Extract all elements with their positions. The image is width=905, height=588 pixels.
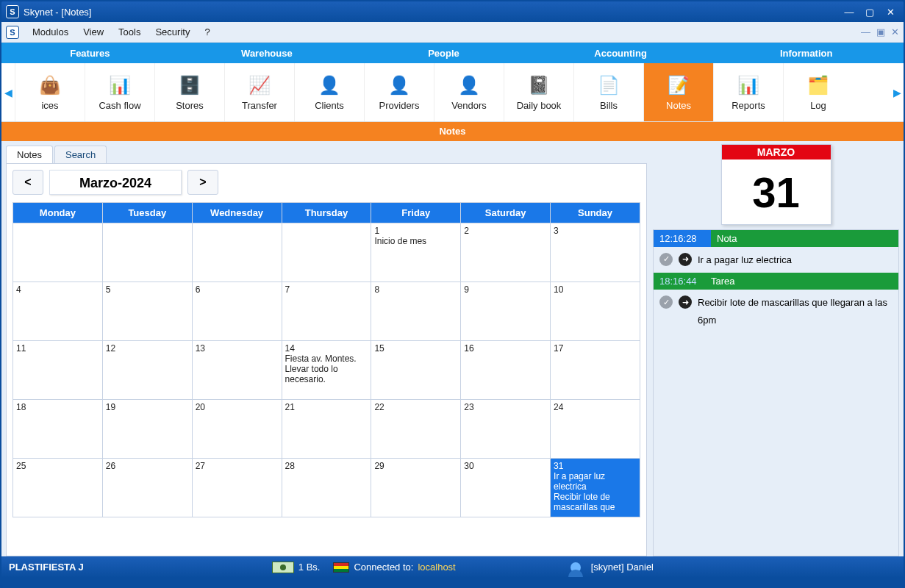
day-number: 8 <box>374 284 457 295</box>
calendar-cell[interactable]: 2 <box>461 223 551 282</box>
toolbar-scroll-left[interactable]: ◀ <box>1 63 15 121</box>
status-rate: 1 Bs. <box>272 562 321 573</box>
toolbar-providers[interactable]: 👤Providers <box>364 63 434 121</box>
toolbar-transfer[interactable]: 📈Transfer <box>224 63 294 121</box>
menu-security[interactable]: Security <box>148 26 197 37</box>
toolbar-label: Bills <box>600 100 618 111</box>
calendar-cell[interactable]: 26 <box>102 459 192 517</box>
calendar-cell[interactable] <box>102 223 192 282</box>
toolbar-reports[interactable]: 📊Reports <box>713 63 783 121</box>
calendar-cell[interactable]: 25 <box>13 459 103 517</box>
mdi-close-icon[interactable]: ✕ <box>891 26 899 37</box>
tab-notes[interactable]: Notes <box>6 146 53 163</box>
weekday-header: Sunday <box>551 203 640 223</box>
calendar-cell[interactable]: 16 <box>461 341 551 400</box>
toolbar-vendors[interactable]: 👤Vendors <box>434 63 504 121</box>
calendar-cell[interactable]: 19 <box>102 400 192 459</box>
toolbar-label: Clients <box>315 100 344 111</box>
note-time: 12:16:28 <box>654 230 711 247</box>
arrow-icon[interactable]: ➜ <box>679 253 692 266</box>
calendar-cell[interactable]: 29 <box>371 459 461 517</box>
note-header[interactable]: 18:16:44Tarea <box>654 273 898 290</box>
status-host-link[interactable]: localhost <box>418 562 455 573</box>
calendar-cell[interactable]: 13 <box>192 341 282 400</box>
calendar-cell[interactable]: 3 <box>551 223 640 282</box>
toolbar-notes[interactable]: 📝Notes <box>643 63 713 121</box>
note-header[interactable]: 12:16:28Nota <box>654 230 898 247</box>
calendar-cell[interactable]: 31Ir a pagar luz electrica Recibir lote … <box>551 459 640 517</box>
calendar-cell[interactable]: 8 <box>371 282 461 341</box>
next-month-button[interactable]: > <box>187 170 218 195</box>
calendar-cell[interactable]: 21 <box>282 400 371 459</box>
calendar-cell[interactable]: 30 <box>461 459 551 517</box>
calendar-cell[interactable]: 28 <box>282 459 371 517</box>
calendar-cell[interactable]: 11 <box>13 341 103 400</box>
status-connection: Connected to: localhost <box>333 562 455 573</box>
menu-tools[interactable]: Tools <box>111 26 148 37</box>
calendar-cell[interactable] <box>13 223 103 282</box>
section-accounting[interactable]: Accounting <box>532 43 709 63</box>
calendar-cell[interactable]: 6 <box>192 282 282 341</box>
calendar-cell[interactable]: 5 <box>102 282 192 341</box>
calendar-cell[interactable]: 1Inicio de mes <box>371 223 461 282</box>
menu-modulos[interactable]: Modulos <box>25 26 76 37</box>
prev-month-button[interactable]: < <box>12 170 43 195</box>
menu-view[interactable]: View <box>76 26 111 37</box>
toolbar-clients[interactable]: 👤Clients <box>294 63 364 121</box>
weekday-header: Monday <box>13 203 103 223</box>
toolbar-daily-book[interactable]: 📓Daily book <box>504 63 573 121</box>
day-number: 28 <box>285 461 368 471</box>
cash-flow-icon: 📊 <box>108 74 132 97</box>
calendar-cell[interactable] <box>282 223 371 282</box>
providers-icon: 👤 <box>387 74 411 97</box>
calendar-cell[interactable] <box>192 223 282 282</box>
maximize-button[interactable]: ▢ <box>861 5 879 18</box>
section-warehouse[interactable]: Warehouse <box>179 43 356 63</box>
check-icon[interactable]: ✓ <box>659 253 673 266</box>
calendar-cell[interactable]: 20 <box>192 400 282 459</box>
minimize-button[interactable]: — <box>840 5 858 18</box>
calendar-cell[interactable]: 10 <box>551 282 640 341</box>
section-features[interactable]: Features <box>1 43 179 63</box>
calendar-cell[interactable]: 12 <box>102 341 192 400</box>
mdi-restore-icon[interactable]: ▣ <box>876 26 885 37</box>
calendar-cell[interactable]: 17 <box>551 341 640 400</box>
calendar-cell[interactable]: 14Fiesta av. Montes. Llevar todo lo nece… <box>282 341 371 400</box>
day-number: 21 <box>285 402 368 412</box>
toolbar-scroll-right[interactable]: ▶ <box>890 63 904 121</box>
toolbar-bills[interactable]: 📄Bills <box>573 63 643 121</box>
tab-search[interactable]: Search <box>54 146 107 163</box>
arrow-icon[interactable]: ➜ <box>679 295 692 309</box>
menu-help[interactable]: ? <box>197 26 217 37</box>
window-titlebar: S Skynet - [Notes] — ▢ ✕ <box>1 1 904 22</box>
close-button[interactable]: ✕ <box>881 5 899 18</box>
toolbar-ices[interactable]: 👜ices <box>15 63 85 121</box>
day-number: 5 <box>106 284 189 295</box>
calendar-cell[interactable]: 9 <box>461 282 551 341</box>
section-information[interactable]: Information <box>709 43 904 63</box>
day-number: 13 <box>196 343 279 354</box>
mdi-minimize-icon[interactable]: — <box>861 26 870 37</box>
calendar-cell[interactable]: 18 <box>13 400 103 459</box>
calendar-cell[interactable]: 23 <box>461 400 551 459</box>
month-nav: < Marzo-2024 > <box>12 170 640 195</box>
toolbar-stores[interactable]: 🗄️Stores <box>154 63 224 121</box>
toolbar-log[interactable]: 🗂️Log <box>783 63 853 121</box>
calendar-cell[interactable]: 22 <box>371 400 461 459</box>
note-tabs: Notes Search <box>6 144 647 163</box>
day-number: 23 <box>464 402 547 412</box>
toolbar-cash-flow[interactable]: 📊Cash flow <box>85 63 154 121</box>
calendar-cell[interactable]: 4 <box>13 282 103 341</box>
day-number: 16 <box>464 343 547 354</box>
day-number: 17 <box>554 343 637 354</box>
calendar-cell[interactable]: 7 <box>282 282 371 341</box>
calendar-cell[interactable]: 15 <box>371 341 461 400</box>
weekday-header: Wednesday <box>192 203 282 223</box>
day-number: 6 <box>196 284 279 295</box>
check-icon[interactable]: ✓ <box>659 295 673 309</box>
section-people[interactable]: People <box>355 43 532 63</box>
app-menu-icon[interactable]: S <box>6 26 19 39</box>
calendar-cell[interactable]: 24 <box>551 400 640 459</box>
calendar-cell[interactable]: 27 <box>192 459 282 517</box>
user-icon <box>570 562 581 573</box>
